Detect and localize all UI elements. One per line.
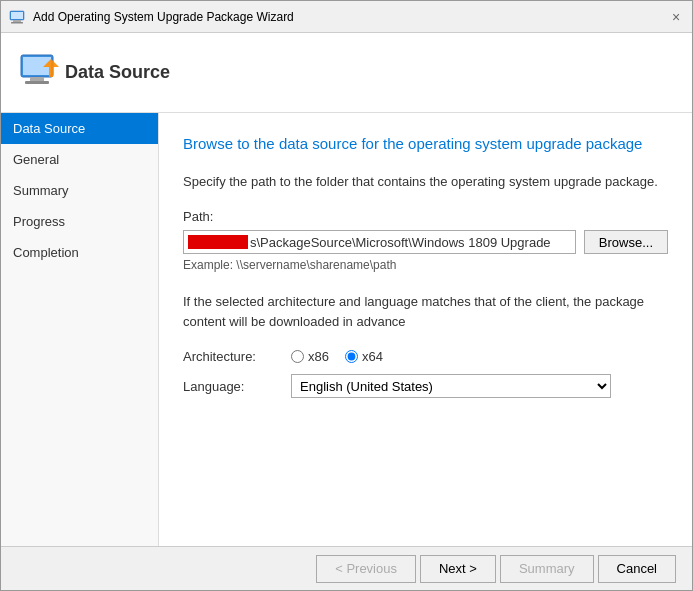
svg-rect-7 xyxy=(25,81,49,84)
next-button-label: Next > xyxy=(439,561,477,576)
arch-radio-group: x86 x64 xyxy=(291,349,383,364)
arch-x64-radio[interactable] xyxy=(345,350,358,363)
sidebar-item-completion[interactable]: Completion xyxy=(1,237,158,268)
svg-rect-6 xyxy=(30,77,44,81)
note-text: If the selected architecture and languag… xyxy=(183,292,668,331)
path-value-text: s\PackageSource\Microsoft\Windows 1809 U… xyxy=(250,235,551,250)
wizard-window: Add Operating System Upgrade Package Wiz… xyxy=(0,0,693,591)
header-title: Data Source xyxy=(65,62,170,83)
language-select[interactable]: English (United States) English (United … xyxy=(291,374,611,398)
arch-x86-radio[interactable] xyxy=(291,350,304,363)
previous-button[interactable]: < Previous xyxy=(316,555,416,583)
path-label: Path: xyxy=(183,209,668,224)
sidebar-item-data-source[interactable]: Data Source xyxy=(1,113,158,144)
summary-button-label: Summary xyxy=(519,561,575,576)
arch-x64-label: x64 xyxy=(362,349,383,364)
footer: < Previous Next > Summary Cancel xyxy=(1,546,692,590)
window-title: Add Operating System Upgrade Package Wiz… xyxy=(33,10,294,24)
sidebar-item-summary[interactable]: Summary xyxy=(1,175,158,206)
title-icon xyxy=(9,9,25,25)
arch-x64-option[interactable]: x64 xyxy=(345,349,383,364)
browse-button[interactable]: Browse... xyxy=(584,230,668,254)
arch-x86-label: x86 xyxy=(308,349,329,364)
svg-rect-1 xyxy=(13,20,21,22)
summary-button[interactable]: Summary xyxy=(500,555,594,583)
redacted-portion xyxy=(188,235,248,249)
arch-x86-option[interactable]: x86 xyxy=(291,349,329,364)
path-row: s\PackageSource\Microsoft\Windows 1809 U… xyxy=(183,230,668,254)
content-area: Data Source General Summary Progress Com… xyxy=(1,113,692,546)
header-icon xyxy=(17,49,65,97)
language-row: Language: English (United States) Englis… xyxy=(183,374,668,398)
path-example: Example: \\servername\sharename\path xyxy=(183,258,668,272)
svg-rect-3 xyxy=(11,12,23,19)
title-bar: Add Operating System Upgrade Package Wiz… xyxy=(1,1,692,33)
lang-label: Language: xyxy=(183,379,283,394)
sidebar: Data Source General Summary Progress Com… xyxy=(1,113,159,546)
main-heading: Browse to the data source for the operat… xyxy=(183,133,668,154)
header-section: Data Source xyxy=(1,33,692,113)
architecture-row: Architecture: x86 x64 xyxy=(183,349,668,364)
svg-rect-2 xyxy=(11,22,23,24)
description-text: Specify the path to the folder that cont… xyxy=(183,174,668,189)
sidebar-item-progress[interactable]: Progress xyxy=(1,206,158,237)
cancel-button[interactable]: Cancel xyxy=(598,555,676,583)
cancel-button-label: Cancel xyxy=(617,561,657,576)
next-button[interactable]: Next > xyxy=(420,555,496,583)
sidebar-item-general[interactable]: General xyxy=(1,144,158,175)
arch-label: Architecture: xyxy=(183,349,283,364)
previous-button-label: < Previous xyxy=(335,561,397,576)
main-content: Browse to the data source for the operat… xyxy=(159,113,692,546)
title-bar-left: Add Operating System Upgrade Package Wiz… xyxy=(9,9,294,25)
close-button[interactable]: × xyxy=(668,9,684,25)
browse-button-label: Browse... xyxy=(599,235,653,250)
